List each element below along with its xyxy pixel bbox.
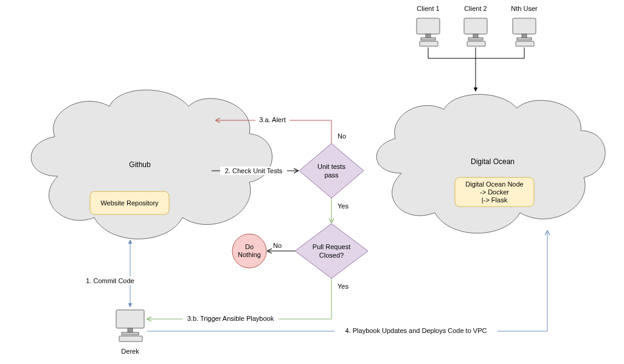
svg-rect-14 [122,332,139,335]
edge-commit-label: 1. Commit Code [86,277,134,284]
github-title: Github [129,160,151,169]
pr-closed-decision: Pull Request Closed? [295,224,368,278]
pr-no-label: No [273,242,282,249]
diagram-canvas: Client 1 Client 2 Nth User Digital Ocean… [0,0,624,364]
unit-tests-line2: pass [324,171,339,179]
svg-rect-9 [522,34,527,38]
unit-tests-yes-label: Yes [338,202,348,210]
clients-to-cloud-edge [428,47,524,91]
client-2: Client 2 [464,5,487,46]
svg-rect-6 [468,38,483,40]
svg-rect-7 [467,41,485,46]
do-nothing-line2: Nothing [238,251,261,258]
svg-rect-15 [119,336,142,342]
pr-closed-line2: Closed? [319,252,344,259]
edge-alert-label: 3.a. Alert [259,116,285,123]
unit-tests-decision: Unit tests pass [299,143,364,198]
edge-deploy-label: 4. Playbook Updates and Deploys Code to … [345,327,487,334]
do-nothing-line1: Do [245,243,254,250]
github-cloud: Github Website Repository [31,90,272,239]
client-n: Nth User [511,5,538,46]
pr-closed-line1: Pull Request [313,243,350,250]
svg-rect-10 [517,38,532,40]
unit-tests-line1: Unit tests [317,163,345,170]
do-nothing-terminal: Do Nothing [232,234,266,268]
unit-tests-no-label: No [338,132,346,140]
digital-ocean-cloud: Digital Ocean Digital Ocean Node -> Dock… [376,94,605,233]
pr-yes-label: Yes [338,283,348,290]
svg-rect-4 [464,18,487,34]
derek-computer: Derek [116,310,144,355]
edge-check-tests-label: 2. Check Unit Tests [225,167,283,174]
svg-rect-13 [128,328,133,332]
client-1-label: Client 1 [417,5,439,12]
client-1: Client 1 [417,5,440,46]
svg-rect-8 [513,18,536,34]
client-2-label: Client 2 [464,5,487,12]
digital-ocean-title: Digital Ocean [471,157,515,166]
svg-rect-12 [116,310,144,328]
svg-rect-11 [516,41,534,46]
svg-rect-5 [473,34,478,38]
client-n-label: Nth User [511,5,538,12]
edge-trigger-label: 3.b. Trigger Ansible Playbook [187,315,274,322]
website-repo-label: Website Repository [100,199,159,207]
do-node-line2: -> Docker [480,188,509,196]
svg-rect-2 [421,38,435,40]
do-node-line3: |-> Flask [482,196,508,204]
edge-trigger [147,278,331,319]
svg-rect-3 [420,41,438,46]
svg-rect-1 [426,34,431,38]
do-node-line1: Digital Ocean Node [465,180,523,188]
derek-label: Derek [121,348,139,355]
svg-rect-0 [417,18,440,34]
